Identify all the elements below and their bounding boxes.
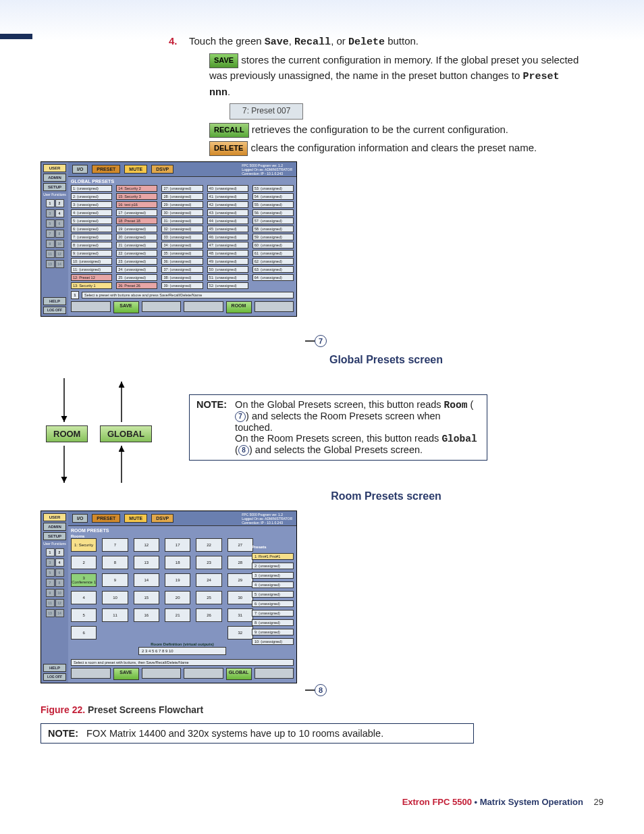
room-cell-23[interactable]: 30: [227, 591, 253, 604]
global-preset-51[interactable]: 51: (unassigned): [207, 274, 248, 281]
global-preset-10[interactable]: 10: (unassigned): [71, 258, 112, 265]
global-preset-12[interactable]: 12: Preset 12: [71, 274, 112, 281]
global-preset-59[interactable]: 59: (unassigned): [252, 234, 294, 240]
global-preset-2[interactable]: 2: (unassigned): [71, 193, 112, 200]
sidebar-setup[interactable]: SETUP: [43, 183, 66, 191]
global-preset-15[interactable]: 15: Security 3: [116, 193, 157, 200]
room-cell-0[interactable]: 1: Security: [71, 538, 97, 552]
room-cell-30[interactable]: 6: [71, 626, 97, 640]
room-cell-28[interactable]: 26: [196, 608, 221, 622]
room-cell-25[interactable]: 11: [102, 608, 128, 622]
toolbar-io[interactable]: I/O: [72, 165, 88, 174]
room-cell-16[interactable]: 24: [196, 573, 221, 587]
global-preset-45[interactable]: 45: (unassigned): [207, 226, 248, 232]
global-preset-22[interactable]: 22: (unassigned): [116, 250, 157, 257]
global-preset-8[interactable]: 8: (unassigned): [71, 242, 112, 249]
room-cell-5[interactable]: 27: [227, 538, 253, 552]
global-preset-7[interactable]: 7: (unassigned): [71, 234, 112, 240]
global-preset-49[interactable]: 49: (unassigned): [207, 258, 248, 265]
global-preset-4[interactable]: 4: (unassigned): [71, 209, 112, 216]
sidebar-logoff[interactable]: LOG OFF: [43, 307, 66, 314]
room-side-preset-7[interactable]: 7: (unassigned): [252, 610, 294, 617]
room-cell-11[interactable]: 28: [227, 556, 253, 569]
room-side-preset-10[interactable]: 10: (unassigned): [252, 638, 294, 645]
global-preset-1[interactable]: 1: (unassigned): [71, 185, 112, 192]
room-cell-19[interactable]: 10: [102, 591, 128, 604]
global-preset-60[interactable]: 60: (unassigned): [252, 242, 294, 249]
global-preset-25[interactable]: 25: (unassigned): [116, 274, 157, 281]
sidebar-user[interactable]: USER: [43, 164, 66, 172]
global-preset-5[interactable]: 5: (unassigned): [71, 217, 112, 224]
global-preset-57[interactable]: 57: (unassigned): [252, 217, 294, 224]
global-preset-56[interactable]: 56: (unassigned): [252, 209, 294, 216]
toolbar-mute[interactable]: MUTE: [124, 165, 147, 174]
room-cell-14[interactable]: 14: [134, 573, 159, 587]
global-room-button[interactable]: ROOM: [226, 301, 252, 313]
global-preset-28[interactable]: 28: (unassigned): [161, 193, 203, 200]
room-side-preset-3[interactable]: 3: (unassigned): [252, 572, 294, 579]
room-cell-10[interactable]: 23: [196, 556, 221, 569]
global-preset-61[interactable]: 61: (unassigned): [252, 250, 294, 257]
room-save-button[interactable]: SAVE: [113, 668, 139, 680]
room-side-preset-5[interactable]: 5: (unassigned): [252, 591, 294, 598]
sidebar-user-2[interactable]: USER: [43, 513, 66, 521]
global-preset-34[interactable]: 34: (unassigned): [161, 242, 203, 249]
room-cell-20[interactable]: 15: [134, 591, 159, 604]
sidebar-help-2[interactable]: HELP: [43, 664, 66, 672]
global-preset-54[interactable]: 54: (unassigned): [252, 193, 294, 200]
sidebar-help[interactable]: HELP: [43, 297, 66, 305]
global-preset-16[interactable]: 16: test p16: [116, 201, 157, 208]
room-cell-3[interactable]: 17: [165, 538, 190, 552]
toolbar-preset[interactable]: PRESET: [92, 165, 120, 174]
global-preset-24[interactable]: 24: (unassigned): [116, 266, 157, 273]
room-cell-9[interactable]: 18: [165, 556, 190, 569]
room-cell-15[interactable]: 19: [165, 573, 190, 587]
room-cell-7[interactable]: 8: [102, 556, 128, 569]
global-preset-33[interactable]: 33: (unassigned): [161, 234, 203, 240]
global-preset-39[interactable]: 39: (unassigned): [161, 282, 203, 289]
global-preset-30[interactable]: 30: (unassigned): [161, 209, 203, 216]
global-preset-50[interactable]: 50: (unassigned): [207, 266, 248, 273]
room-cell-6[interactable]: 2: [71, 556, 97, 569]
global-preset-37[interactable]: 37: (unassigned): [161, 266, 203, 273]
toolbar-preset-2[interactable]: PRESET: [92, 514, 120, 523]
room-side-preset-1[interactable]: 1: Rm#1 Prst#1: [252, 553, 294, 560]
room-side-preset-6[interactable]: 6: (unassigned): [252, 600, 294, 607]
room-cell-13[interactable]: 9: [102, 573, 128, 587]
global-preset-14[interactable]: 14: Security 2: [116, 185, 157, 192]
global-preset-26[interactable]: 26: Preset 26: [116, 282, 157, 289]
global-preset-40[interactable]: 40: (unassigned): [207, 185, 248, 192]
global-save-button[interactable]: SAVE: [113, 301, 139, 313]
sidebar-logoff-2[interactable]: LOG OFF: [43, 673, 66, 681]
room-cell-8[interactable]: 13: [134, 556, 159, 569]
room-cell-26[interactable]: 16: [134, 608, 159, 622]
global-preset-62[interactable]: 62: (unassigned): [252, 258, 294, 265]
global-preset-53[interactable]: 53: (unassigned): [252, 185, 294, 192]
room-cell-24[interactable]: 5: [71, 608, 97, 622]
room-cell-4[interactable]: 22: [196, 538, 221, 552]
toolbar-dsvp[interactable]: DSVP: [151, 165, 173, 174]
room-cell-1[interactable]: 7: [102, 538, 128, 552]
global-preset-11[interactable]: 11: (unassigned): [71, 266, 112, 273]
sidebar-admin[interactable]: ADMIN: [43, 174, 66, 182]
global-preset-46[interactable]: 46: (unassigned): [207, 234, 248, 240]
global-preset-3[interactable]: 3: (unassigned): [71, 201, 112, 208]
room-cell-35[interactable]: 32: [227, 626, 253, 640]
global-preset-13[interactable]: 13: Security 1: [71, 282, 112, 289]
global-preset-17[interactable]: 17: (unassigned): [116, 209, 157, 216]
global-preset-29[interactable]: 29: (unassigned): [161, 201, 203, 208]
global-preset-44[interactable]: 44: (unassigned): [207, 217, 248, 224]
global-preset-36[interactable]: 36: (unassigned): [161, 258, 203, 265]
room-side-preset-2[interactable]: 2: (unassigned): [252, 563, 294, 569]
toolbar-dsvp-2[interactable]: DSVP: [151, 514, 173, 523]
room-cell-12[interactable]: 3Conference 1: [71, 573, 97, 587]
global-preset-35[interactable]: 35: (unassigned): [161, 250, 203, 257]
room-global-button[interactable]: GLOBAL: [226, 668, 252, 680]
room-cell-2[interactable]: 12: [134, 538, 159, 552]
global-preset-32[interactable]: 32: (unassigned): [161, 226, 203, 232]
room-side-preset-8[interactable]: 8: (unassigned): [252, 619, 294, 626]
toolbar-mute-2[interactable]: MUTE: [124, 514, 147, 523]
room-cell-29[interactable]: 31: [227, 608, 253, 622]
global-preset-6[interactable]: 6: (unassigned): [71, 226, 112, 232]
global-preset-21[interactable]: 21: (unassigned): [116, 242, 157, 249]
